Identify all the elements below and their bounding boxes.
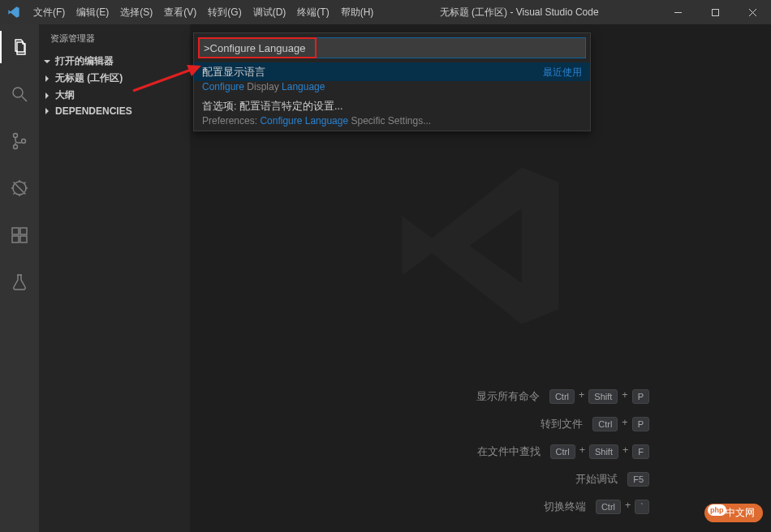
hint-label: 在文件中查找 [477, 445, 541, 459]
sidebar-section-label: DEPENDENCIES [55, 105, 132, 117]
source-control-icon[interactable] [0, 125, 39, 157]
maximize-button[interactable] [696, 0, 734, 24]
svg-line-5 [22, 97, 27, 101]
sidebar-section-open-editors[interactable]: 打开的编辑器 [39, 53, 190, 70]
palette-item-sub: Configure Display Language [194, 81, 590, 97]
chevron-right-icon [42, 74, 52, 84]
svg-rect-14 [20, 228, 27, 234]
minimize-button[interactable] [659, 0, 696, 24]
chevron-right-icon [42, 106, 52, 116]
vscode-logo-icon [0, 6, 28, 19]
explorer-icon[interactable] [0, 31, 39, 63]
svg-rect-13 [20, 236, 27, 242]
menu-terminal[interactable]: 终端(T) [291, 0, 334, 24]
sidebar-section-dependencies[interactable]: DEPENDENCIES [39, 104, 190, 118]
sidebar-section-label: 打开的编辑器 [55, 54, 114, 68]
command-palette-list: 配置显示语言 最近使用 Configure Display Language 首… [194, 62, 590, 131]
svg-rect-1 [712, 9, 718, 15]
title-bar: 文件(F) 编辑(E) 选择(S) 查看(V) 转到(G) 调试(D) 终端(T… [0, 0, 771, 24]
hint-label: 切换终端 [544, 500, 586, 514]
hint-keys: Ctrl+P [592, 417, 649, 431]
svg-line-10 [15, 184, 24, 192]
welcome-hints: 显示所有命令 Ctrl+Shift+P 转到文件 Ctrl+P 在文件中查找 C… [476, 389, 649, 514]
palette-item-configure-display-language[interactable]: 配置显示语言 最近使用 [194, 62, 590, 81]
hint-keys: Ctrl+Shift+P [549, 389, 649, 404]
search-icon[interactable] [0, 78, 39, 110]
sidebar-section-outline[interactable]: 大纲 [39, 87, 190, 104]
watermark-badge: 中文网 [704, 504, 763, 522]
sidebar-explorer: 资源管理器 打开的编辑器 无标题 (工作区) 大纲 DEPENDENCIES [39, 24, 190, 532]
hint-show-commands: 显示所有命令 Ctrl+Shift+P [476, 389, 649, 404]
main-menu: 文件(F) 编辑(E) 选择(S) 查看(V) 转到(G) 调试(D) 终端(T… [28, 0, 379, 24]
hint-keys: Ctrl+` [596, 500, 649, 514]
chevron-right-icon [42, 91, 52, 101]
chevron-down-icon [42, 57, 52, 66]
palette-item-label: 配置显示语言 [202, 66, 265, 79]
menu-edit[interactable]: 编辑(E) [71, 0, 114, 24]
palette-item-sub: Preferences: Configure Language Specific… [194, 115, 590, 131]
svg-point-4 [13, 88, 23, 97]
hint-go-to-file: 转到文件 Ctrl+P [476, 417, 649, 431]
hint-keys: Ctrl+Shift+F [550, 444, 649, 459]
palette-item-label: 首选项: 配置语言特定的设置... [202, 100, 342, 114]
hint-toggle-terminal: 切换终端 Ctrl+` [476, 500, 649, 514]
hint-keys: F5 [627, 472, 649, 487]
svg-rect-11 [12, 228, 19, 234]
window-title: 无标题 (工作区) - Visual Studio Code [379, 6, 659, 19]
hint-label: 显示所有命令 [476, 390, 540, 404]
svg-point-6 [14, 134, 18, 138]
sidebar-header: 资源管理器 [39, 24, 190, 53]
hint-find-in-files: 在文件中查找 Ctrl+Shift+F [476, 444, 649, 459]
debug-icon[interactable] [0, 172, 39, 204]
svg-rect-12 [12, 236, 19, 242]
menu-view[interactable]: 查看(V) [158, 0, 202, 24]
menu-go[interactable]: 转到(G) [202, 0, 247, 24]
window-controls [659, 0, 771, 24]
hint-start-debug: 开始调试 F5 [476, 472, 649, 487]
menu-debug[interactable]: 调试(D) [248, 0, 292, 24]
palette-item-preferences-language-settings[interactable]: 首选项: 配置语言特定的设置... [194, 97, 590, 115]
menu-selection[interactable]: 选择(S) [114, 0, 158, 24]
sidebar-section-label: 大纲 [55, 88, 75, 102]
svg-point-7 [14, 145, 18, 149]
command-palette: 配置显示语言 最近使用 Configure Display Language 首… [193, 32, 591, 131]
command-palette-input[interactable] [198, 37, 586, 58]
menu-file[interactable]: 文件(F) [28, 0, 71, 24]
test-icon[interactable] [0, 266, 39, 298]
sidebar-section-workspace[interactable]: 无标题 (工作区) [39, 70, 190, 87]
extensions-icon[interactable] [0, 219, 39, 251]
recently-used-badge: 最近使用 [543, 66, 582, 79]
activity-bar [0, 24, 39, 532]
vscode-background-logo-icon [387, 152, 574, 342]
hint-label: 开始调试 [575, 473, 618, 487]
hint-label: 转到文件 [541, 418, 583, 431]
sidebar-section-label: 无标题 (工作区) [55, 71, 123, 85]
svg-point-8 [22, 139, 26, 144]
close-button[interactable] [734, 0, 771, 24]
menu-help[interactable]: 帮助(H) [335, 0, 380, 24]
